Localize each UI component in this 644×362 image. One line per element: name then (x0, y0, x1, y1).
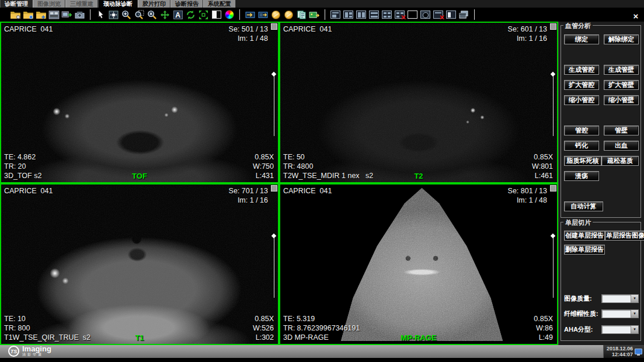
chevron-down-icon[interactable]: ▼ (631, 295, 638, 302)
close-icon[interactable]: × (631, 12, 640, 21)
tab-film-print[interactable]: 胶片打印 (138, 0, 170, 8)
window-level-icon[interactable] (108, 10, 119, 20)
window-width: W:526 (253, 323, 274, 333)
slice-slider[interactable] (553, 74, 554, 136)
tab-diagnosis-management[interactable]: 诊断管理 (0, 0, 33, 8)
zoom-region-icon[interactable] (134, 10, 145, 20)
unbind-button[interactable]: 解除绑定 (604, 34, 639, 44)
layout-split-icon[interactable] (445, 10, 457, 20)
scroll-thumb[interactable] (550, 185, 556, 192)
link-images-icon[interactable] (257, 10, 269, 20)
generate-wall-button[interactable]: 生成管壁 (604, 65, 639, 75)
delete-slice-report-button[interactable]: 删除单层报告 (564, 245, 605, 255)
toolbar-separator (90, 9, 90, 20)
viewport-tof[interactable]: CAPRICE 041 Se: 501 / 13 Im: 1 / 48 TE: … (0, 22, 279, 183)
zoom-out-icon[interactable] (147, 10, 158, 20)
measure-coin-2-icon[interactable] (283, 10, 294, 20)
tab-system-config[interactable]: 系统配置 (203, 0, 236, 8)
invert-icon[interactable] (211, 10, 222, 20)
zoom-factor: 0.85X (253, 314, 274, 323)
layout-2col-icon[interactable] (356, 10, 367, 20)
tile-view-icon[interactable] (48, 10, 60, 20)
shape-square-icon[interactable] (407, 10, 418, 20)
archive-icon[interactable] (74, 10, 85, 20)
modality-label: TOF (1, 172, 278, 180)
scroll-thumb[interactable] (271, 23, 277, 30)
tab-diagnosis-report[interactable]: 诊断报告 (170, 0, 203, 8)
image-number: Im: 1 / 16 (508, 34, 547, 43)
measure-coin-icon[interactable] (270, 10, 281, 20)
delete-view-icon[interactable]: ✕ (433, 10, 444, 20)
series-info: Se: 501 / 13 Im: 1 / 48 (229, 25, 268, 43)
toolbar-separator (474, 9, 475, 20)
shape-circle-icon[interactable] (420, 10, 431, 20)
aha-type-select[interactable]: ▼ (601, 325, 639, 334)
zoom-in-icon[interactable] (121, 10, 132, 20)
tab-carotid-diagnosis[interactable]: 颈动脉诊断 (98, 0, 138, 8)
color-palette-icon[interactable] (224, 10, 235, 20)
menu-bar: 诊断管理 图像浏览 三维重建 颈动脉诊断 胶片打印 诊断报告 系统配置 (0, 0, 644, 8)
toolbar-separator (239, 9, 240, 20)
zoom-factor: 0.85X (534, 314, 553, 323)
send-study-icon[interactable] (61, 10, 72, 20)
image-quality-select[interactable]: ▼ (601, 294, 639, 303)
refresh-icon[interactable] (185, 10, 196, 20)
layout-2row-icon[interactable] (368, 10, 380, 20)
link-series-icon[interactable] (245, 10, 256, 20)
window-width: W:750 (253, 162, 274, 171)
generate-lumen-button[interactable]: 生成管腔 (564, 65, 599, 75)
tr-value: TR: 20 (4, 162, 41, 171)
ts-logo-icon: TS (8, 346, 19, 357)
calcification-button[interactable]: 钙化 (564, 141, 599, 151)
layout-2x2-icon[interactable] (381, 10, 392, 20)
copy-report-icon[interactable] (296, 10, 307, 20)
fit-screen-icon[interactable] (198, 10, 209, 20)
datetime-box: 2018.12.06 12:44:07 (603, 345, 644, 358)
expand-lumen-button[interactable]: 扩大管腔 (564, 80, 599, 90)
create-slice-report-button[interactable]: 创建单层报告 (564, 231, 605, 241)
open-folder-add-icon[interactable] (23, 10, 34, 20)
slice-report-image-button[interactable]: 单层报告图像 (605, 231, 644, 241)
slice-slider[interactable] (274, 236, 274, 298)
series-number: Se: 601 / 13 (508, 25, 547, 34)
series-info: Se: 601 / 13 Im: 1 / 16 (508, 25, 547, 43)
export-image-icon[interactable] (309, 10, 320, 20)
shrink-lumen-button[interactable]: 缩小管腔 (564, 95, 599, 105)
new-folder-icon[interactable] (36, 10, 47, 20)
viewport-mprage[interactable]: CAPRICE 041 Se: 801 / 13 Im: 1 / 48 TE: … (279, 183, 558, 345)
lumen-button[interactable]: 管腔 (564, 126, 599, 135)
layout-1x1-icon[interactable] (330, 10, 341, 20)
auto-calculate-button[interactable]: 自动计算 (564, 201, 603, 211)
layout-clear-icon[interactable]: ✕ (394, 10, 405, 20)
viewport-t1[interactable]: CAPRICE 041 Se: 701 / 13 Im: 1 / 16 TE: … (0, 183, 279, 345)
lipid-core-button[interactable]: 脂质坏死核 (564, 156, 601, 166)
tab-3d-reconstruction[interactable]: 三维重建 (65, 0, 98, 8)
aha-type-value (602, 326, 631, 333)
scroll-thumb[interactable] (271, 185, 277, 192)
wall-button[interactable]: 管壁 (604, 126, 639, 135)
scroll-thumb[interactable] (550, 23, 556, 30)
bind-button[interactable]: 绑定 (564, 34, 599, 44)
annotation-icon[interactable]: A (172, 10, 183, 20)
open-study-icon[interactable] (10, 10, 21, 20)
slice-slider[interactable] (553, 236, 554, 298)
workstation-icon (635, 349, 642, 354)
slice-slider[interactable] (274, 74, 274, 136)
cascade-icon[interactable] (458, 10, 469, 20)
shrink-wall-button[interactable]: 缩小管壁 (604, 95, 639, 105)
layout-thumb-icon[interactable] (343, 10, 354, 20)
pan-icon[interactable] (159, 10, 170, 20)
expand-wall-button[interactable]: 扩大管壁 (604, 80, 639, 90)
viewport-t2[interactable]: CAPRICE 041 Se: 601 / 13 Im: 1 / 16 TE: … (279, 22, 558, 183)
fiber-cap-select[interactable]: ▼ (601, 309, 639, 318)
chevron-down-icon[interactable]: ▼ (631, 326, 638, 333)
vessel-analysis-group: 血管分析 绑定 解除绑定 生成管腔 生成管壁 扩大管腔 扩大管壁 缩小管腔 缩小… (561, 25, 641, 218)
ulcer-button[interactable]: 溃疡 (564, 171, 599, 181)
cursor-icon[interactable] (95, 10, 106, 20)
modality-label: MP-RAGE (280, 333, 557, 342)
hemorrhage-button[interactable]: 出血 (604, 141, 639, 151)
tab-image-browse[interactable]: 图像浏览 (33, 0, 65, 8)
loose-matrix-button[interactable]: 疏松基质 (601, 156, 639, 166)
te-value: TE: 4.862 (4, 152, 41, 162)
chevron-down-icon[interactable]: ▼ (631, 310, 638, 318)
